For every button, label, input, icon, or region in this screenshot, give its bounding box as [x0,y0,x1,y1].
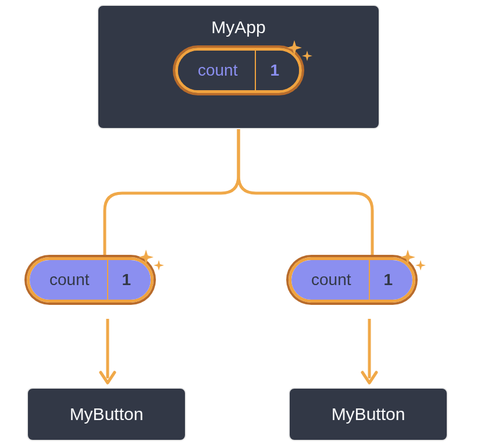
props-label: count [30,260,107,300]
props-value: 1 [107,260,151,300]
props-pill-right: count 1 [289,257,415,303]
component-title: MyApp [211,17,265,37]
props-pill-left: count 1 [27,257,154,303]
component-title: MyButton [70,404,144,424]
connector-branch [0,129,477,257]
state-value: 1 [255,51,299,90]
props-label: count [291,260,369,300]
props-value: 1 [369,260,413,300]
state-pill-root: count 1 [175,48,302,93]
component-node-child-left: MyButton [27,387,186,441]
component-node-root: MyApp count 1 [97,5,380,129]
arrow-right [358,319,381,389]
state-label: count [178,51,255,90]
component-title: MyButton [332,404,405,424]
arrow-left [96,319,119,389]
component-node-child-right: MyButton [289,387,448,441]
